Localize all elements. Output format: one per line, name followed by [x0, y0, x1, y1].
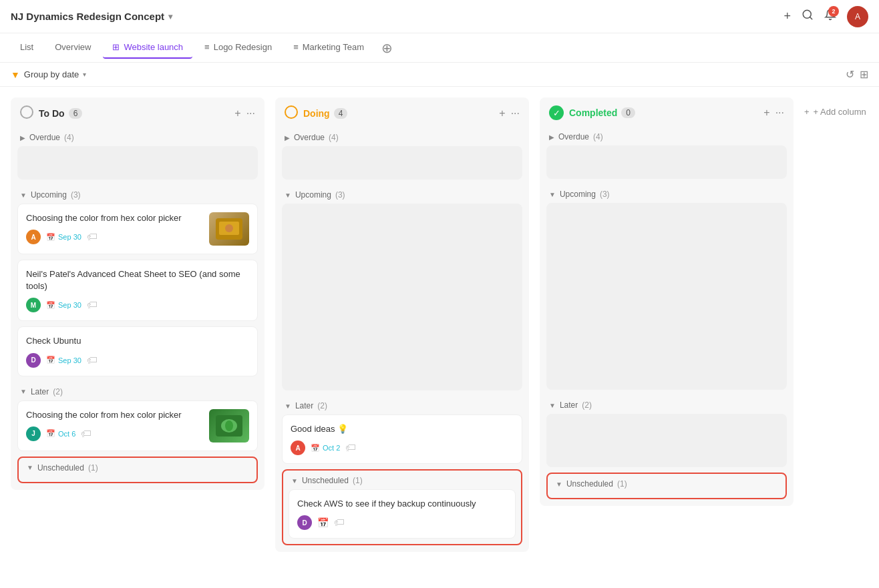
avatar: D: [297, 515, 312, 530]
column-todo: To Do 6 + ··· ▶ Overdue (4) ▼ Upcoming (…: [11, 97, 265, 490]
todo-upcoming-header[interactable]: ▼ Upcoming (3): [17, 185, 258, 204]
tab-logo-redesign[interactable]: ≡ Logo Redesign: [195, 37, 281, 59]
tab-overview[interactable]: Overview: [45, 37, 100, 59]
tab-website-launch[interactable]: ⊞ Website launch: [103, 37, 192, 59]
table-row[interactable]: Choosing the color from hex color picker…: [17, 204, 258, 254]
card-content: Choosing the color from hex color picker…: [26, 409, 202, 441]
doing-later-label: Later: [295, 401, 313, 410]
tab-logo-redesign-icon: ≡: [204, 42, 210, 52]
doing-later-count: (2): [317, 401, 327, 410]
add-column-icon: +: [804, 107, 810, 117]
app-title-chevron[interactable]: ▾: [168, 12, 172, 21]
layout-button[interactable]: ⊞: [860, 68, 868, 81]
todo-add-button[interactable]: +: [234, 107, 240, 119]
doing-overdue-header[interactable]: ▶ Overdue (4): [282, 127, 522, 146]
tag-icon: 🏷: [334, 517, 345, 529]
date-text: Sep 30: [58, 233, 81, 241]
completed-overdue-section: ▶ Overdue (4): [540, 127, 794, 184]
add-column-label: + Add column: [814, 107, 866, 117]
completed-unscheduled-count: (1): [617, 479, 627, 489]
card-meta: A 📅 Oct 2 🏷: [291, 440, 514, 455]
todo-more-button[interactable]: ···: [246, 107, 255, 119]
toolbar-left: ▼ Group by date ▾: [11, 69, 86, 80]
later-label: Later: [31, 387, 49, 396]
doing-more-button[interactable]: ···: [511, 107, 520, 119]
doing-upcoming-count: (3): [335, 190, 345, 200]
doing-upcoming-chevron: ▼: [285, 192, 291, 199]
tab-bar: List Overview ⊞ Website launch ≡ Logo Re…: [0, 33, 879, 63]
card-meta: M 📅 Sep 30 🏷: [26, 298, 249, 312]
completed-add-button[interactable]: +: [763, 107, 769, 119]
unscheduled-label: Unscheduled: [37, 463, 84, 473]
date-text: Oct 2: [323, 444, 340, 452]
completed-unscheduled-chevron: ▼: [556, 481, 562, 488]
todo-overdue-header[interactable]: ▶ Overdue (4): [17, 127, 258, 146]
refresh-button[interactable]: ↺: [846, 68, 854, 81]
card-date: 📅 Sep 30: [46, 233, 81, 242]
todo-circle-icon: [20, 105, 33, 119]
table-row[interactable]: Neil's Patel's Advanced Cheat Sheet to S…: [17, 260, 258, 321]
add-button[interactable]: +: [783, 9, 791, 23]
completed-overdue-chevron: ▶: [549, 133, 554, 141]
doing-circle-icon: [285, 105, 298, 119]
completed-unscheduled-header[interactable]: ▼ Unscheduled (1): [553, 474, 780, 493]
card-thumbnail: [209, 409, 249, 443]
unscheduled-chevron: ▼: [27, 464, 33, 471]
completed-upcoming-label: Upcoming: [560, 190, 596, 199]
doing-status-icon: [285, 105, 298, 121]
completed-status-icon: ✓: [549, 105, 564, 120]
tab-list[interactable]: List: [11, 37, 43, 59]
table-row[interactable]: Good ideas 💡 A 📅 Oct 2 🏷: [282, 414, 522, 464]
todo-upcoming-section: ▼ Upcoming (3) Choosing the color from h…: [11, 185, 265, 382]
tab-marketing-team[interactable]: ≡ Marketing Team: [284, 37, 373, 59]
user-avatar[interactable]: A: [847, 6, 868, 27]
svg-point-7: [225, 420, 233, 431]
later-count: (2): [53, 387, 63, 396]
card-title: Choosing the color from hex color picker: [26, 409, 202, 421]
card-date: 📅 Oct 6: [46, 429, 75, 438]
calendar-icon: 📅: [46, 301, 55, 310]
top-bar-right: + 2 A: [783, 6, 868, 27]
calendar-icon: 📅: [46, 233, 55, 242]
add-tab-button[interactable]: ⊕: [376, 37, 398, 59]
doing-upcoming-section: ▼ Upcoming (3): [275, 185, 529, 396]
completed-later-header[interactable]: ▼ Later (2): [546, 395, 787, 414]
card-content: Good ideas 💡 A 📅 Oct 2 🏷: [291, 423, 514, 455]
notifications-button[interactable]: 2: [824, 9, 836, 24]
doing-add-button[interactable]: +: [499, 107, 505, 119]
todo-title: To Do: [39, 108, 65, 119]
table-row[interactable]: Choosing the color from hex color picker…: [17, 400, 258, 451]
todo-overdue-section: ▶ Overdue (4): [11, 127, 265, 185]
column-doing: Doing 4 + ··· ▶ Overdue (4) ▼ Upcoming (…: [275, 97, 529, 552]
card-title: Neil's Patel's Advanced Cheat Sheet to S…: [26, 268, 249, 292]
card-title: Good ideas 💡: [291, 423, 514, 435]
table-row[interactable]: Check AWS to see if they backup continuo…: [289, 489, 516, 539]
doing-upcoming-header[interactable]: ▼ Upcoming (3): [282, 185, 522, 204]
todo-later-header[interactable]: ▼ Later (2): [17, 382, 258, 400]
calendar-icon: 📅: [317, 517, 329, 528]
search-button[interactable]: [802, 9, 814, 24]
card-title: Choosing the color from hex color picker: [26, 212, 202, 224]
column-doing-header: Doing 4 + ···: [275, 97, 529, 127]
tab-overview-label: Overview: [55, 42, 91, 52]
table-row[interactable]: Check Ubuntu D 📅 Sep 30 🏷: [17, 326, 258, 376]
completed-unscheduled-section: ▼ Unscheduled (1): [540, 473, 794, 499]
card-meta: A 📅 Sep 30 🏷: [26, 230, 202, 244]
completed-upcoming-header[interactable]: ▼ Upcoming (3): [546, 184, 787, 203]
doing-unscheduled-header[interactable]: ▼ Unscheduled (1): [289, 471, 516, 489]
group-by-button[interactable]: ▼ Group by date ▾: [11, 69, 86, 80]
doing-later-header[interactable]: ▼ Later (2): [282, 396, 522, 414]
todo-unscheduled-section: ▼ Unscheduled (1): [11, 457, 265, 483]
upcoming-count: (3): [71, 190, 81, 200]
tab-website-launch-icon: ⊞: [112, 42, 120, 52]
todo-unscheduled-header[interactable]: ▼ Unscheduled (1): [24, 458, 251, 477]
doing-unscheduled-section: ▼ Unscheduled (1) Check AWS to see if th…: [275, 469, 529, 545]
avatar: A: [291, 440, 305, 455]
tab-list-label: List: [20, 42, 33, 52]
completed-overdue-header[interactable]: ▶ Overdue (4): [546, 127, 787, 145]
group-by-label: Group by date: [24, 69, 79, 79]
completed-more-button[interactable]: ···: [775, 107, 784, 119]
add-column-button[interactable]: + + Add column: [804, 97, 879, 117]
card-date: 📅 Sep 30: [46, 301, 81, 310]
tag-icon: 🏷: [345, 442, 356, 454]
